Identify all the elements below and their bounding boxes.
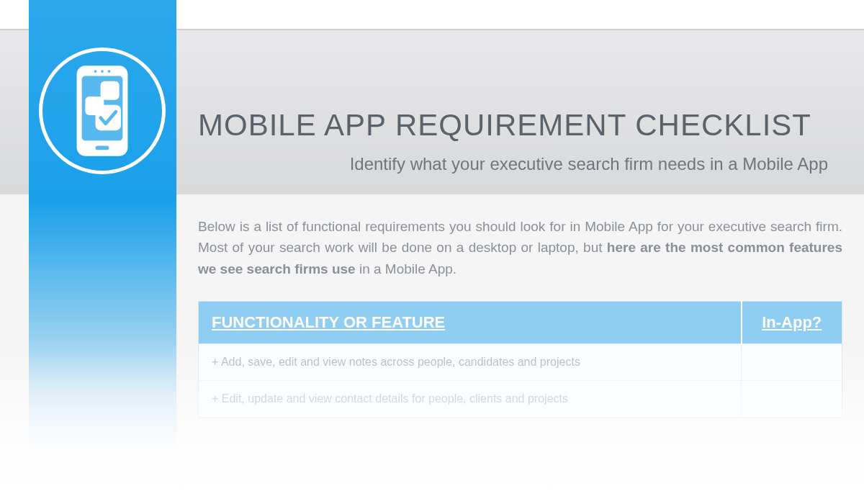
intro-text-2: in a Mobile App. <box>356 261 456 276</box>
mobile-apps-icon <box>66 64 138 158</box>
table-header-row: FUNCTIONALITY OR FEATURE In-App? <box>199 302 842 344</box>
inapp-cell <box>742 381 842 418</box>
inapp-cell <box>742 344 842 381</box>
col-header-feature: FUNCTIONALITY OR FEATURE <box>199 302 742 344</box>
intro-paragraph: Below is a list of functional requiremen… <box>198 216 842 279</box>
title-block: MOBILE APP REQUIREMENT CHECKLIST Identif… <box>198 108 850 174</box>
col-header-inapp: In-App? <box>742 302 842 344</box>
page-subtitle: Identify what your executive search firm… <box>198 154 850 174</box>
page-title: MOBILE APP REQUIREMENT CHECKLIST <box>198 108 850 143</box>
hero-icon-circle <box>39 48 166 174</box>
table-row: + Edit, update and view contact details … <box>199 381 842 418</box>
requirements-table: FUNCTIONALITY OR FEATURE In-App? + Add, … <box>198 301 842 418</box>
svg-point-2 <box>94 70 97 73</box>
svg-rect-5 <box>96 145 109 150</box>
feature-cell: + Add, save, edit and view notes across … <box>199 344 742 381</box>
table-row: + Add, save, edit and view notes across … <box>199 344 842 381</box>
content-area: Below is a list of functional requiremen… <box>198 216 842 418</box>
svg-point-3 <box>101 70 104 73</box>
svg-rect-6 <box>101 81 120 100</box>
feature-cell: + Edit, update and view contact details … <box>199 381 742 418</box>
svg-point-4 <box>108 70 111 73</box>
